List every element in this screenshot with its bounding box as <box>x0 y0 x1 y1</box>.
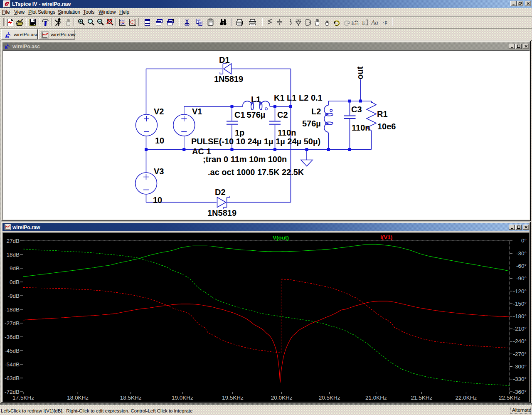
svg-text:110n: 110n <box>278 128 296 137</box>
svg-text:Aa: Aa <box>371 19 378 26</box>
svg-text:19.5KHz: 19.5KHz <box>222 395 244 401</box>
svg-text:-60°: -60° <box>516 263 527 269</box>
svg-text:18dB: 18dB <box>6 252 20 258</box>
svg-text:110n: 110n <box>352 123 370 132</box>
svg-text:V1: V1 <box>192 107 202 116</box>
svg-text:L2: L2 <box>311 107 321 116</box>
svg-text:-18dB: -18dB <box>5 306 20 313</box>
svg-text:m: m <box>355 22 359 26</box>
svg-text:-27dB: -27dB <box>5 320 20 326</box>
svg-text:C1: C1 <box>234 110 245 119</box>
svg-text:-54dB: -54dB <box>5 361 20 368</box>
svg-text:20.5KHz: 20.5KHz <box>319 395 340 401</box>
svg-text:-120°: -120° <box>513 288 527 294</box>
svg-text:-300°: -300° <box>513 363 527 370</box>
svg-text:-90°: -90° <box>516 275 527 282</box>
svg-text:17.5KHz: 17.5KHz <box>12 395 34 401</box>
svg-text:21.5KHz: 21.5KHz <box>411 395 432 401</box>
svg-text:E: E <box>351 20 355 26</box>
svg-text:-240°: -240° <box>513 338 527 344</box>
svg-text:27dB: 27dB <box>6 238 20 244</box>
svg-text:-45dB: -45dB <box>5 348 20 354</box>
svg-text:10: 10 <box>153 195 162 205</box>
svg-text:.ac oct 1000 17.5K 22.5K: .ac oct 1000 17.5K 22.5K <box>208 168 304 177</box>
svg-text:D2: D2 <box>215 188 226 197</box>
svg-text:20.0KHz: 20.0KHz <box>271 395 293 401</box>
svg-text:-63dB: -63dB <box>5 375 20 381</box>
svg-text:R1: R1 <box>377 109 388 119</box>
svg-text:10: 10 <box>155 136 164 145</box>
svg-text:19.0KHz: 19.0KHz <box>172 395 193 401</box>
svg-text:V3: V3 <box>154 167 164 176</box>
svg-text:18.5KHz: 18.5KHz <box>120 395 142 401</box>
svg-text:C2: C2 <box>277 110 288 119</box>
svg-text:·p: ·p <box>382 20 387 25</box>
svg-text:18.0KHz: 18.0KHz <box>67 395 89 401</box>
svg-text:-72dB: -72dB <box>5 389 20 395</box>
svg-text:-9dB: -9dB <box>7 293 20 299</box>
svg-text:out: out <box>355 67 365 79</box>
svg-text:V(out): V(out) <box>273 235 289 241</box>
svg-text:D1: D1 <box>219 55 230 64</box>
svg-text:K1 L1 L2 0.1: K1 L1 L2 0.1 <box>274 93 323 102</box>
svg-text:0°: 0° <box>521 237 527 244</box>
svg-text:10e6: 10e6 <box>377 122 396 131</box>
svg-text:576µ: 576µ <box>247 110 266 119</box>
svg-text:;tran 0 11m 10m 100n: ;tran 0 11m 10m 100n <box>203 155 287 164</box>
svg-text:I(V1): I(V1) <box>380 234 392 240</box>
svg-text:-36dB: -36dB <box>5 334 20 340</box>
svg-text:L1: L1 <box>251 95 261 104</box>
svg-text:1N5819: 1N5819 <box>207 208 236 217</box>
svg-text:22.0KHz: 22.0KHz <box>456 395 477 401</box>
svg-text:-360°: -360° <box>513 389 527 395</box>
svg-text:PULSE(-10 10 24µ 1µ 1µ 24µ 50µ: PULSE(-10 10 24µ 1µ 1µ 24µ 50µ) <box>191 137 320 146</box>
svg-text:0dB: 0dB <box>10 279 20 285</box>
svg-text:E: E <box>362 20 366 26</box>
svg-text:1N5819: 1N5819 <box>214 74 243 84</box>
svg-text:-30°: -30° <box>516 250 527 257</box>
svg-text:9dB: 9dB <box>10 265 20 272</box>
svg-text:1p: 1p <box>235 128 244 137</box>
svg-text:-270°: -270° <box>513 351 527 357</box>
svg-text:-180°: -180° <box>513 313 527 319</box>
svg-text:22.5KHz: 22.5KHz <box>499 395 520 401</box>
svg-text:V2: V2 <box>154 107 164 116</box>
svg-text:21.0KHz: 21.0KHz <box>365 395 387 401</box>
svg-text:C3: C3 <box>351 105 362 114</box>
svg-text:-210°: -210° <box>513 326 527 332</box>
svg-text:-150°: -150° <box>513 301 527 307</box>
svg-text:-330°: -330° <box>513 376 527 382</box>
svg-text:576µ: 576µ <box>302 119 321 128</box>
